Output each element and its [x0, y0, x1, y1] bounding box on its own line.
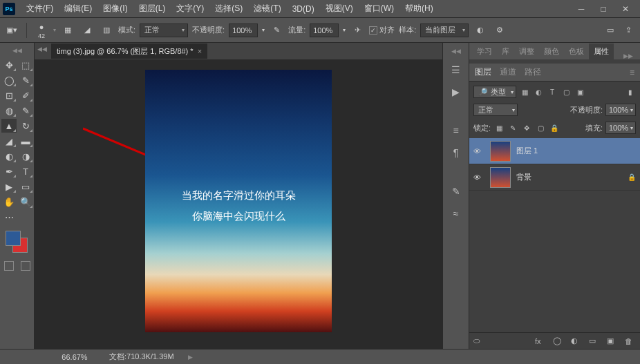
brushes-panel-icon[interactable]: ✎ — [449, 184, 464, 199]
doc-collapse-icon[interactable]: ◀◀ — [37, 46, 47, 52]
layer-thumbnail[interactable] — [490, 167, 511, 188]
panel-collapse-icon[interactable]: ▶▶ — [619, 52, 637, 59]
brush-preview-icon[interactable]: ● — [34, 21, 49, 32]
airbrush-icon[interactable]: ✈ — [350, 23, 365, 38]
fill-input[interactable]: 100% — [605, 122, 636, 134]
shape-tool[interactable]: ▭ — [18, 180, 33, 193]
toolbox-collapse[interactable]: ◀◀ — [1, 46, 32, 55]
lock-all-icon[interactable]: 🔒 — [549, 122, 560, 133]
tab-channels[interactable]: 通道 — [500, 66, 516, 78]
new-layer-icon[interactable]: ▣ — [607, 336, 618, 345]
menu-filter[interactable]: 滤镜(T) — [248, 3, 286, 15]
menu-window[interactable]: 窗口(W) — [359, 3, 399, 15]
path-select-tool[interactable]: ▶ — [1, 180, 17, 193]
filter-adjust-icon[interactable]: ◐ — [533, 86, 544, 97]
visibility-toggle-icon[interactable]: 👁 — [473, 147, 484, 155]
lock-artboard-icon[interactable]: ▢ — [535, 122, 546, 133]
blend-toggle-icon[interactable]: ▥ — [99, 23, 114, 38]
visibility-toggle-icon[interactable]: 👁 — [473, 173, 484, 182]
pressure-size-icon[interactable]: ⚙ — [492, 23, 507, 38]
filter-kind-dropdown[interactable]: 🔎类型 — [473, 86, 516, 98]
close-tab-icon[interactable]: × — [198, 47, 202, 55]
zoom-tool[interactable]: 🔍 — [18, 195, 33, 209]
layer-name[interactable]: 图层 1 — [516, 146, 538, 156]
tab-swatches[interactable]: 色板 — [564, 44, 589, 59]
delete-layer-icon[interactable]: 🗑 — [625, 337, 636, 345]
blend-mode-dropdown[interactable]: 正常 — [140, 23, 188, 37]
type-tool[interactable]: T — [18, 164, 33, 178]
share-icon[interactable]: ⇪ — [621, 23, 636, 38]
tab-learn[interactable]: 学习 — [472, 44, 497, 59]
close-button[interactable]: ✕ — [619, 4, 632, 14]
dodge-tool[interactable]: ◑ — [18, 149, 33, 163]
brush-panel-icon[interactable]: ▦ — [60, 23, 75, 38]
pressure-opacity-icon[interactable]: ✎ — [269, 23, 284, 38]
layer-name[interactable]: 背景 — [516, 172, 531, 182]
filter-type-icon[interactable]: T — [547, 86, 558, 97]
link-layers-icon[interactable]: ⬭ — [473, 336, 484, 345]
paragraph-panel-icon[interactable]: ¶ — [449, 145, 464, 160]
group-icon[interactable]: ▭ — [589, 336, 600, 345]
panel-menu-icon[interactable]: ≡ — [630, 68, 634, 77]
marquee-tool[interactable]: ⬚ — [18, 58, 33, 72]
tab-libraries[interactable]: 库 — [497, 44, 514, 59]
document-info[interactable]: 文档:710.3K/1.39M — [109, 352, 174, 362]
pen-tool[interactable]: ✒ — [1, 164, 17, 178]
fx-icon[interactable]: fx — [535, 337, 546, 345]
menu-view[interactable]: 视图(V) — [320, 3, 359, 15]
menu-file[interactable]: 文件(F) — [21, 3, 59, 15]
quick-select-tool[interactable]: ✎ — [18, 73, 33, 87]
tab-color[interactable]: 颜色 — [539, 44, 564, 59]
lock-transparency-icon[interactable]: ▦ — [493, 122, 505, 133]
menu-edit[interactable]: 编辑(E) — [59, 3, 97, 15]
layer-row[interactable]: 👁 背景 🔒 — [469, 164, 640, 191]
lock-position-icon[interactable]: ✥ — [521, 122, 532, 133]
layer-row[interactable]: 👁 图层 1 — [469, 138, 640, 164]
menu-3d[interactable]: 3D(D) — [287, 4, 320, 14]
history-brush-tool[interactable]: ↻ — [18, 119, 33, 133]
tab-layers[interactable]: 图层 — [475, 66, 491, 78]
tab-paths[interactable]: 路径 — [525, 66, 541, 78]
eraser-tool[interactable]: ◢ — [1, 134, 17, 148]
menu-image[interactable]: 图像(I) — [97, 3, 133, 15]
quick-mask-icon[interactable] — [4, 261, 14, 271]
foreground-color-swatch[interactable] — [6, 231, 21, 246]
workspace-icon[interactable]: ▭ — [603, 23, 618, 38]
eyedropper-tool[interactable]: ✐ — [18, 88, 33, 102]
menu-help[interactable]: 帮助(H) — [399, 3, 439, 15]
crop-tool[interactable]: ⊡ — [1, 88, 17, 102]
zoom-level[interactable]: 66.67% — [54, 353, 95, 361]
filter-shape-icon[interactable]: ▢ — [561, 86, 572, 97]
history-panel-icon[interactable]: ☰ — [449, 62, 464, 77]
brush-tool[interactable]: ✎ — [18, 104, 33, 117]
layer-opacity-input[interactable]: 100% — [605, 104, 636, 116]
filter-pixel-icon[interactable]: ▦ — [519, 86, 530, 97]
character-panel-icon[interactable]: ≡ — [449, 123, 464, 138]
menu-type[interactable]: 文字(Y) — [171, 3, 209, 15]
flow-input[interactable]: 100% — [310, 23, 339, 37]
tool-preset-icon[interactable]: ▣▾ — [4, 23, 19, 38]
lock-pixels-icon[interactable]: ✎ — [507, 122, 518, 133]
hand-tool[interactable]: ✋ — [1, 195, 17, 209]
tab-adjustments[interactable]: 调整 — [514, 44, 539, 59]
aligned-checkbox[interactable]: ✓对齐 — [369, 25, 395, 35]
canvas[interactable]: 当我的名字滑过你的耳朵 你脑海中会闪现什么 — [145, 70, 332, 332]
maximize-button[interactable]: □ — [597, 4, 610, 14]
adjustment-layer-icon[interactable]: ◐ — [571, 336, 582, 345]
swatches-panel-icon[interactable]: ≈ — [449, 206, 464, 221]
edit-toolbar[interactable]: ⋯ — [1, 210, 17, 224]
blur-tool[interactable]: ◐ — [1, 149, 17, 163]
filter-smart-icon[interactable]: ▣ — [574, 86, 585, 97]
document-tab[interactable]: timg (3).jpg @ 66.7% (图层 1, RGB/8#) * × — [51, 44, 207, 59]
mask-icon[interactable]: ◯ — [553, 336, 564, 345]
screen-mode-icon[interactable] — [21, 261, 30, 271]
menu-select[interactable]: 选择(S) — [209, 3, 248, 15]
filter-toggle-icon[interactable]: ▮ — [625, 86, 636, 97]
lasso-tool[interactable]: ◯ — [1, 73, 17, 87]
actions-panel-icon[interactable]: ▶ — [449, 84, 464, 99]
sample-dropdown[interactable]: 当前图层 — [420, 23, 469, 37]
move-tool[interactable]: ✥ — [1, 58, 17, 72]
clone-source-icon[interactable]: ◢ — [79, 23, 95, 38]
right-collapse-icon[interactable]: ◀◀ — [449, 47, 464, 55]
clone-stamp-tool[interactable]: ▲ — [1, 119, 17, 133]
